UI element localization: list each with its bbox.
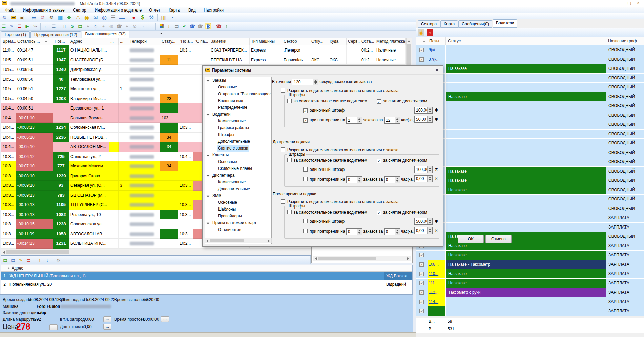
order-db-icon[interactable]: ☰ bbox=[50, 23, 57, 29]
order-row[interactable]: 10:5...00:09:511047СЧАСТЛИВОЕ (Б...11ПЕР… bbox=[1, 55, 407, 65]
idle-more-button[interactable]: ... bbox=[161, 316, 169, 322]
orders-column-header[interactable]: ... bbox=[109, 38, 119, 45]
photo-icon[interactable]: ▩ bbox=[57, 14, 64, 21]
orders-column-header[interactable]: Куда bbox=[328, 38, 347, 45]
right-tab--[interactable]: Водители bbox=[493, 19, 517, 28]
report-icon[interactable]: ▤ bbox=[30, 14, 38, 21]
mail-icon[interactable]: ✉ bbox=[92, 14, 99, 21]
driver-row[interactable]: ✓На заказеЗАРПЛАТА bbox=[416, 241, 644, 251]
repeat-fine-amount[interactable]: 0,00 bbox=[414, 175, 433, 182]
drivers-column-header[interactable]: Статус bbox=[446, 37, 606, 45]
driver-row[interactable]: ✓СВОБОДНЫЙ bbox=[416, 74, 644, 83]
single-fine-checkbox[interactable] bbox=[303, 219, 308, 223]
warning-icon[interactable]: ⚠ bbox=[74, 14, 82, 21]
address-add-icon[interactable]: ▤ bbox=[2, 257, 8, 263]
driver-row[interactable]: ✓114...ЗАРПЛАТА bbox=[416, 297, 644, 307]
eye-icon[interactable] bbox=[205, 23, 211, 29]
driver-row[interactable]: ✓37(к...СВОБОДНЫЙ bbox=[416, 55, 644, 64]
tree-item--[interactable]: Основные bbox=[205, 158, 271, 165]
tree-item--[interactable]: Заказы bbox=[205, 77, 271, 84]
move-down-icon[interactable]: ↓ bbox=[44, 257, 50, 263]
move-up-icon[interactable]: ↑ bbox=[36, 257, 43, 263]
palette-grid-icon[interactable] bbox=[158, 23, 164, 29]
driver-row[interactable]: ✓108...На заказе - ТаксометрЗАРПЛАТА bbox=[416, 260, 644, 270]
menu-item-информация-о-заказе[interactable]: Информация о заказе bbox=[21, 8, 67, 13]
fax-icon[interactable]: ▤ bbox=[173, 23, 180, 29]
tab--1-[interactable]: Горячие (1) bbox=[1, 31, 30, 38]
interval-spinner-arrows[interactable] bbox=[313, 79, 318, 85]
calc-money-icon[interactable]: $ bbox=[69, 23, 76, 29]
confirm-icon[interactable]: ✔ bbox=[181, 23, 188, 29]
menu-item-вид[interactable]: Вид bbox=[186, 8, 198, 13]
phone-blue-icon[interactable]: ☎ bbox=[189, 23, 195, 29]
tree-item--[interactable]: Клиенты bbox=[205, 152, 271, 158]
fine-dispatcher-checkbox[interactable] bbox=[377, 211, 381, 215]
allow-self-remove-checkbox[interactable] bbox=[281, 88, 285, 93]
background-hscrollbar[interactable] bbox=[313, 256, 411, 261]
driver-checkbox[interactable]: ✓ bbox=[419, 57, 424, 62]
driver-row[interactable]: ✓111...На заказеЗАРПЛАТА bbox=[416, 279, 644, 288]
single-fine-checkbox[interactable] bbox=[303, 108, 308, 113]
orders-column-header[interactable]: Сектор bbox=[282, 38, 310, 45]
interval-spinner[interactable]: 120 bbox=[292, 79, 318, 85]
driver-icon[interactable]: ☺ bbox=[48, 14, 55, 21]
order-delete-icon[interactable]: ☰ bbox=[16, 23, 23, 29]
price-more-button[interactable]: ... bbox=[49, 324, 58, 330]
driver-row[interactable]: ✓На заказеСВОБОДНЫЙ bbox=[416, 232, 644, 241]
driver-checkbox[interactable]: ✓ bbox=[419, 309, 424, 313]
repeat-hours-spinner-arrows[interactable] bbox=[395, 229, 400, 235]
tree-item--[interactable]: Распределение bbox=[205, 104, 271, 111]
minimize-button[interactable]: – bbox=[616, 1, 624, 6]
tree-item--[interactable]: Скидочные планы bbox=[205, 165, 271, 172]
drivers-column-header[interactable] bbox=[416, 37, 427, 45]
driver-row[interactable]: ✓СВОБОДНЫЙ bbox=[416, 204, 644, 214]
repeat-fine-checkbox[interactable] bbox=[303, 177, 308, 181]
phone-gray1-icon[interactable]: ☎ bbox=[116, 23, 122, 29]
driver-checkbox[interactable]: ✓ bbox=[419, 48, 424, 52]
driver-row[interactable]: ✓СВОБОДНЫЙ bbox=[416, 130, 644, 139]
driver-position-link[interactable]: 114... bbox=[429, 299, 438, 304]
driver-block-icon[interactable]: ☟ bbox=[427, 29, 433, 36]
tree-item--[interactable]: Диспетчера bbox=[205, 172, 271, 179]
tree-item--[interactable]: Внешний вид bbox=[205, 97, 271, 104]
repeat-fine-amount[interactable]: 0,00 bbox=[414, 227, 433, 234]
money-icon[interactable]: $ bbox=[139, 14, 146, 21]
driver-checkbox[interactable]: ✓ bbox=[419, 272, 424, 276]
card-icon[interactable]: ▬ bbox=[118, 14, 126, 21]
fine-dispatcher-checkbox[interactable] bbox=[377, 159, 381, 163]
address-insert-icon[interactable]: ▤ bbox=[10, 257, 16, 263]
orders-column-header[interactable]: Тип машины bbox=[250, 38, 282, 45]
address-edit-icon[interactable]: ✎ bbox=[18, 257, 24, 263]
orders-column-header[interactable]: Отку... bbox=[310, 38, 328, 45]
tree-item--[interactable]: Снятие с заказа bbox=[205, 145, 271, 152]
circle1-icon[interactable]: ● bbox=[85, 23, 91, 29]
fine-dispatcher-checkbox[interactable] bbox=[377, 99, 381, 104]
address-delete-icon[interactable]: ▤ bbox=[25, 257, 32, 263]
order-run-icon[interactable]: ▶ bbox=[24, 23, 30, 29]
driver-position-link[interactable]: 111... bbox=[429, 281, 438, 285]
route-row[interactable]: 1ЖД ЦЕНТРАЛЬНЫЙ (Вокзальная пл., 1)ЖД Во… bbox=[1, 272, 412, 280]
tree-item--[interactable]: Комиссионные bbox=[205, 118, 271, 124]
orders-column-header[interactable]: Адрес bbox=[69, 38, 109, 45]
circle3-icon[interactable]: ● bbox=[124, 23, 130, 29]
order-add-icon[interactable]: ☰ bbox=[1, 23, 7, 29]
allow-self-remove-checkbox[interactable] bbox=[281, 199, 285, 204]
tree-item--[interactable]: Графики работы bbox=[205, 124, 271, 131]
tree-hscrollbar[interactable] bbox=[205, 238, 272, 243]
tree-item--[interactable]: Шаблоны bbox=[205, 206, 271, 213]
repeat-count-spinner[interactable]: 0 bbox=[346, 228, 362, 235]
tree-item--[interactable]: Штрафы bbox=[205, 131, 271, 138]
menu-item-настройки[interactable]: Настройки bbox=[202, 8, 226, 13]
stop-icon[interactable]: ● bbox=[130, 14, 138, 21]
briefcase-icon[interactable]: ▣ bbox=[18, 14, 26, 21]
single-fine-amount[interactable]: 100,00 bbox=[414, 166, 433, 173]
orders-column-header[interactable]: Заметки bbox=[209, 38, 250, 45]
orders-column-header[interactable]: Метод платежа bbox=[375, 38, 406, 45]
orders-column-header[interactable]: Поз... bbox=[53, 38, 69, 45]
trash-icon[interactable]: ♻ bbox=[55, 257, 61, 263]
tree-item--[interactable]: Отправка в "Выполняющиес bbox=[205, 91, 271, 97]
single-fine-amount[interactable]: 100,00 bbox=[414, 107, 433, 114]
doc-green-icon[interactable]: ▤ bbox=[77, 23, 83, 29]
driver-row[interactable]: ✓СВОБОДНЫЙ bbox=[416, 157, 644, 167]
suburb-more-button[interactable]: ... bbox=[103, 316, 111, 322]
